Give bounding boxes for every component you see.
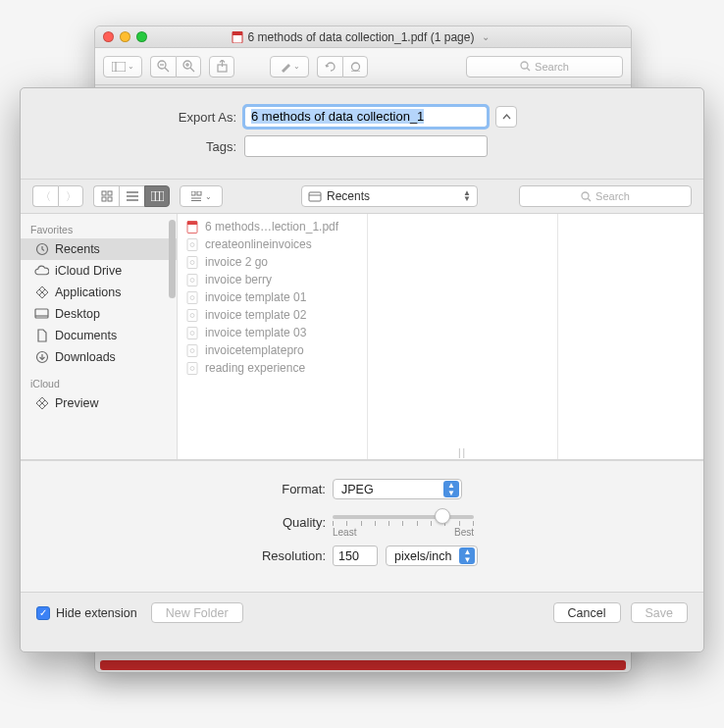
sidebar-item-preview[interactable]: Preview	[21, 392, 177, 414]
sidebar-item-documents[interactable]: Documents	[21, 325, 177, 346]
slider-thumb[interactable]	[435, 508, 450, 524]
svg-rect-53	[187, 344, 197, 356]
location-value: Recents	[327, 189, 370, 203]
file-row[interactable]: reading experience	[178, 359, 367, 377]
zoom-window-button[interactable]	[136, 31, 147, 42]
svg-rect-35	[35, 309, 48, 318]
svg-rect-49	[187, 309, 197, 321]
svg-line-33	[588, 198, 591, 201]
svg-rect-51	[187, 327, 197, 338]
svg-line-15	[527, 68, 530, 71]
file-name: createonlineinvoices	[205, 237, 312, 251]
svg-rect-2	[112, 62, 126, 72]
sidebar-view-button[interactable]: ⌄	[103, 56, 142, 78]
file-icon	[185, 255, 199, 269]
list-view-button[interactable]	[119, 185, 144, 207]
search-placeholder: Search	[595, 190, 630, 202]
hide-extension-label: Hide extension	[56, 606, 137, 620]
svg-rect-55	[187, 362, 197, 374]
svg-rect-18	[102, 197, 106, 201]
sidebar-header-favorites: Favorites	[21, 220, 177, 238]
sidebar-item-applications[interactable]: Applications	[21, 282, 177, 303]
file-row[interactable]: invoice template 03	[178, 324, 367, 341]
app-toolbar: ⌄ ⌄ Search	[95, 48, 631, 85]
search-icon	[581, 191, 592, 202]
resolution-unit-select[interactable]: pixels/inch ▲▼	[386, 546, 478, 566]
file-row[interactable]: invoice template 02	[178, 306, 367, 324]
doc-icon	[34, 330, 49, 342]
column-resize-handle[interactable]: ||	[368, 218, 557, 458]
file-name: invoice 2 go	[205, 255, 268, 269]
cancel-button[interactable]: Cancel	[553, 602, 621, 623]
file-icon	[185, 220, 199, 234]
quality-label: Quality:	[40, 515, 333, 530]
collapse-sheet-button[interactable]	[495, 106, 517, 128]
bottom-red-bar	[100, 660, 626, 670]
sidebar-item-label: iCloud Drive	[55, 264, 122, 278]
svg-rect-40	[187, 221, 197, 225]
sidebar-item-label: Recents	[55, 242, 100, 256]
file-row[interactable]: 6 methods…lection_1.pdf	[178, 218, 367, 235]
svg-rect-47	[187, 291, 197, 303]
share-button[interactable]	[209, 56, 234, 78]
zoom-in-button[interactable]	[176, 56, 201, 78]
sidebar-item-recents[interactable]: Recents	[21, 238, 177, 260]
file-browser: Favorites RecentsiCloud DriveApplication…	[21, 213, 703, 460]
window-title: 6 methods of data collection_1.pdf (1 pa…	[248, 30, 475, 44]
hide-extension-checkbox[interactable]: ✓	[36, 606, 50, 620]
file-icon	[185, 326, 199, 339]
group-by-button[interactable]: ⌄	[180, 185, 223, 207]
svg-point-14	[521, 62, 528, 69]
sidebar-item-label: Preview	[55, 396, 98, 410]
sidebar-item-desktop[interactable]: Desktop	[21, 303, 177, 325]
markup-button[interactable]	[342, 56, 368, 78]
icon-view-button[interactable]	[93, 185, 119, 207]
svg-rect-1	[233, 31, 242, 35]
svg-rect-30	[309, 192, 321, 201]
svg-point-32	[582, 192, 589, 199]
new-folder-button[interactable]: New Folder	[151, 602, 243, 623]
forward-button[interactable]: 〉	[58, 185, 83, 207]
file-row[interactable]: invoice template 01	[178, 288, 367, 306]
sidebar-header-icloud: iCloud	[21, 374, 177, 392]
zoom-out-button[interactable]	[150, 56, 176, 78]
export-options: Format: JPEG ▲▼ Quality: Least Best	[21, 460, 703, 592]
sidebar: Favorites RecentsiCloud DriveApplication…	[21, 214, 178, 459]
close-window-button[interactable]	[103, 31, 114, 42]
quality-slider[interactable]	[333, 507, 474, 526]
export-as-input[interactable]: 6 methods of data collection_1	[244, 106, 488, 128]
svg-rect-17	[108, 191, 112, 195]
svg-line-8	[190, 68, 194, 72]
file-icon	[185, 361, 199, 375]
resolution-unit-value: pixels/inch	[394, 549, 451, 563]
file-name: 6 methods…lection_1.pdf	[205, 220, 338, 234]
app-icon	[34, 397, 49, 410]
highlight-button[interactable]: ⌄	[270, 56, 309, 78]
back-button[interactable]: 〈	[32, 185, 58, 207]
column-view-button[interactable]	[144, 185, 170, 207]
file-browser-search[interactable]: Search	[519, 185, 692, 207]
save-button[interactable]: Save	[631, 602, 689, 623]
file-row[interactable]: createonlineinvoices	[178, 235, 367, 253]
file-row[interactable]: invoicetemplatepro	[178, 341, 367, 359]
file-name: invoicetemplatepro	[205, 343, 304, 357]
svg-rect-16	[102, 191, 106, 195]
popup-arrows-icon: ▲▼	[463, 190, 471, 202]
pdf-document-icon	[232, 30, 244, 43]
file-row[interactable]: invoice berry	[178, 271, 367, 288]
svg-rect-27	[197, 191, 201, 195]
title-dropdown-icon[interactable]: ⌄	[482, 31, 490, 42]
format-value: JPEG	[341, 483, 374, 496]
sidebar-item-downloads[interactable]: Downloads	[21, 346, 177, 368]
app-search-field[interactable]: Search	[466, 56, 623, 78]
sidebar-scrollbar[interactable]	[169, 220, 176, 298]
file-column-2: ||	[368, 214, 558, 459]
format-select[interactable]: JPEG ▲▼	[333, 479, 462, 499]
sidebar-item-icloud-drive[interactable]: iCloud Drive	[21, 260, 177, 282]
resolution-input[interactable]: 150	[333, 546, 378, 566]
tags-input[interactable]	[244, 135, 488, 157]
rotate-button[interactable]	[317, 56, 342, 78]
minimize-window-button[interactable]	[120, 31, 130, 42]
file-row[interactable]: invoice 2 go	[178, 253, 367, 271]
location-popup[interactable]: Recents ▲▼	[301, 185, 478, 207]
